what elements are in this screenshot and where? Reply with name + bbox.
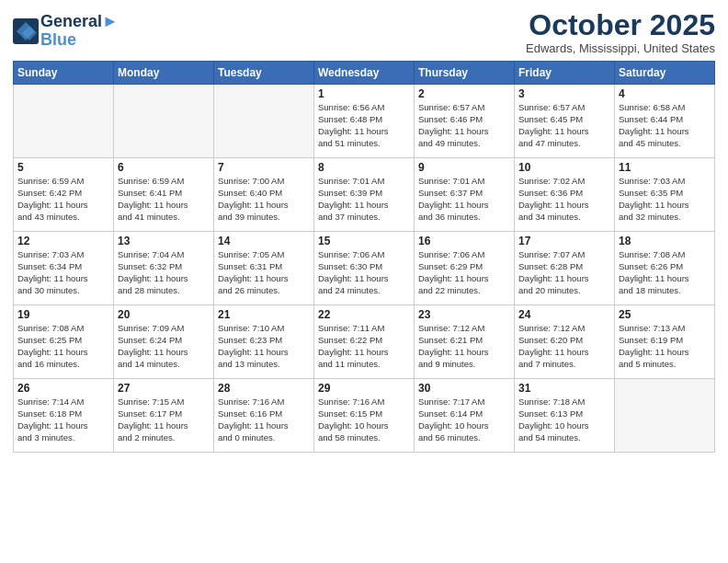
calendar: Sunday Monday Tuesday Wednesday Thursday…	[13, 61, 715, 453]
calendar-cell: 6Sunrise: 6:59 AM Sunset: 6:41 PM Daylig…	[114, 158, 214, 232]
day-info: Sunrise: 7:12 AM Sunset: 6:21 PM Dayligh…	[418, 323, 510, 370]
calendar-cell: 4Sunrise: 6:58 AM Sunset: 6:44 PM Daylig…	[615, 85, 715, 158]
day-info: Sunrise: 7:04 AM Sunset: 6:32 PM Dayligh…	[118, 249, 210, 296]
day-info: Sunrise: 6:58 AM Sunset: 6:44 PM Dayligh…	[619, 102, 711, 149]
calendar-cell: 31Sunrise: 7:18 AM Sunset: 6:13 PM Dayli…	[515, 379, 615, 453]
day-number: 17	[518, 235, 610, 247]
day-number: 16	[418, 235, 510, 247]
calendar-cell: 8Sunrise: 7:01 AM Sunset: 6:39 PM Daylig…	[314, 158, 415, 232]
calendar-cell: 21Sunrise: 7:10 AM Sunset: 6:23 PM Dayli…	[214, 305, 314, 379]
day-info: Sunrise: 7:12 AM Sunset: 6:20 PM Dayligh…	[518, 323, 610, 370]
day-number: 1	[318, 87, 410, 100]
day-number: 18	[619, 235, 711, 247]
calendar-cell: 14Sunrise: 7:05 AM Sunset: 6:31 PM Dayli…	[214, 232, 314, 305]
calendar-cell	[14, 85, 114, 158]
calendar-cell: 10Sunrise: 7:02 AM Sunset: 6:36 PM Dayli…	[515, 158, 615, 232]
day-info: Sunrise: 7:09 AM Sunset: 6:24 PM Dayligh…	[118, 323, 210, 370]
day-number: 22	[318, 308, 410, 321]
day-number: 26	[17, 382, 109, 395]
calendar-cell: 11Sunrise: 7:03 AM Sunset: 6:35 PM Dayli…	[615, 158, 715, 232]
calendar-cell: 15Sunrise: 7:06 AM Sunset: 6:30 PM Dayli…	[314, 232, 415, 305]
day-number: 21	[218, 308, 310, 321]
calendar-cell: 28Sunrise: 7:16 AM Sunset: 6:16 PM Dayli…	[214, 379, 314, 453]
day-info: Sunrise: 7:06 AM Sunset: 6:29 PM Dayligh…	[418, 249, 510, 296]
day-number: 4	[619, 87, 711, 100]
logo: General► Blue	[13, 13, 119, 50]
calendar-week-2: 5Sunrise: 6:59 AM Sunset: 6:42 PM Daylig…	[14, 158, 715, 232]
day-number: 15	[318, 235, 410, 247]
day-info: Sunrise: 7:05 AM Sunset: 6:31 PM Dayligh…	[218, 249, 310, 296]
calendar-cell: 20Sunrise: 7:09 AM Sunset: 6:24 PM Dayli…	[114, 305, 214, 379]
calendar-cell: 26Sunrise: 7:14 AM Sunset: 6:18 PM Dayli…	[14, 379, 114, 453]
calendar-week-3: 12Sunrise: 7:03 AM Sunset: 6:34 PM Dayli…	[14, 232, 715, 305]
day-info: Sunrise: 7:00 AM Sunset: 6:40 PM Dayligh…	[218, 176, 310, 223]
calendar-cell: 27Sunrise: 7:15 AM Sunset: 6:17 PM Dayli…	[114, 379, 214, 453]
days-header-row: Sunday Monday Tuesday Wednesday Thursday…	[14, 62, 715, 85]
calendar-cell: 16Sunrise: 7:06 AM Sunset: 6:29 PM Dayli…	[415, 232, 515, 305]
day-number: 12	[17, 235, 109, 247]
day-number: 24	[518, 308, 610, 321]
day-number: 29	[318, 382, 410, 395]
col-tue: Tuesday	[214, 62, 314, 85]
calendar-cell: 3Sunrise: 6:57 AM Sunset: 6:45 PM Daylig…	[515, 85, 615, 158]
day-info: Sunrise: 7:15 AM Sunset: 6:17 PM Dayligh…	[118, 396, 210, 443]
calendar-cell: 22Sunrise: 7:11 AM Sunset: 6:22 PM Dayli…	[314, 305, 415, 379]
day-info: Sunrise: 7:01 AM Sunset: 6:37 PM Dayligh…	[418, 176, 510, 223]
calendar-cell	[214, 85, 314, 158]
calendar-cell: 1Sunrise: 6:56 AM Sunset: 6:48 PM Daylig…	[314, 85, 415, 158]
page: General► Blue October 2025 Edwards, Miss…	[0, 0, 728, 563]
day-number: 10	[518, 161, 610, 174]
day-info: Sunrise: 7:03 AM Sunset: 6:35 PM Dayligh…	[619, 176, 711, 223]
day-number: 5	[17, 161, 109, 174]
col-fri: Friday	[515, 62, 615, 85]
day-number: 20	[118, 308, 210, 321]
day-info: Sunrise: 7:08 AM Sunset: 6:25 PM Dayligh…	[17, 323, 109, 370]
day-info: Sunrise: 7:16 AM Sunset: 6:15 PM Dayligh…	[318, 396, 410, 443]
day-number: 27	[118, 382, 210, 395]
calendar-cell: 18Sunrise: 7:08 AM Sunset: 6:26 PM Dayli…	[615, 232, 715, 305]
calendar-cell: 24Sunrise: 7:12 AM Sunset: 6:20 PM Dayli…	[515, 305, 615, 379]
calendar-week-1: 1Sunrise: 6:56 AM Sunset: 6:48 PM Daylig…	[14, 85, 715, 158]
calendar-cell: 19Sunrise: 7:08 AM Sunset: 6:25 PM Dayli…	[14, 305, 114, 379]
calendar-week-5: 26Sunrise: 7:14 AM Sunset: 6:18 PM Dayli…	[14, 379, 715, 453]
calendar-cell	[615, 379, 715, 453]
header: General► Blue October 2025 Edwards, Miss…	[13, 9, 715, 55]
col-sat: Saturday	[615, 62, 715, 85]
day-info: Sunrise: 7:14 AM Sunset: 6:18 PM Dayligh…	[17, 396, 109, 443]
day-number: 25	[619, 308, 711, 321]
day-info: Sunrise: 7:07 AM Sunset: 6:28 PM Dayligh…	[518, 249, 610, 296]
col-mon: Monday	[114, 62, 214, 85]
day-number: 9	[418, 161, 510, 174]
title-area: October 2025 Edwards, Mississippi, Unite…	[526, 9, 715, 55]
day-info: Sunrise: 6:59 AM Sunset: 6:41 PM Dayligh…	[118, 176, 210, 223]
location: Edwards, Mississippi, United States	[526, 41, 715, 55]
day-info: Sunrise: 7:10 AM Sunset: 6:23 PM Dayligh…	[218, 323, 310, 370]
calendar-cell: 13Sunrise: 7:04 AM Sunset: 6:32 PM Dayli…	[114, 232, 214, 305]
col-sun: Sunday	[14, 62, 114, 85]
calendar-cell: 2Sunrise: 6:57 AM Sunset: 6:46 PM Daylig…	[415, 85, 515, 158]
day-info: Sunrise: 7:03 AM Sunset: 6:34 PM Dayligh…	[17, 249, 109, 296]
calendar-cell: 17Sunrise: 7:07 AM Sunset: 6:28 PM Dayli…	[515, 232, 615, 305]
col-thu: Thursday	[415, 62, 515, 85]
logo-icon	[13, 18, 39, 44]
calendar-cell	[114, 85, 214, 158]
calendar-cell: 7Sunrise: 7:00 AM Sunset: 6:40 PM Daylig…	[214, 158, 314, 232]
day-number: 23	[418, 308, 510, 321]
day-number: 2	[418, 87, 510, 100]
month-title: October 2025	[526, 9, 715, 41]
day-number: 30	[418, 382, 510, 395]
logo-text: General► Blue	[40, 13, 119, 50]
day-info: Sunrise: 7:01 AM Sunset: 6:39 PM Dayligh…	[318, 176, 410, 223]
day-number: 6	[118, 161, 210, 174]
day-info: Sunrise: 6:57 AM Sunset: 6:46 PM Dayligh…	[418, 102, 510, 149]
day-number: 13	[118, 235, 210, 247]
day-number: 8	[318, 161, 410, 174]
day-number: 11	[619, 161, 711, 174]
calendar-cell: 23Sunrise: 7:12 AM Sunset: 6:21 PM Dayli…	[415, 305, 515, 379]
day-number: 3	[518, 87, 610, 100]
calendar-week-4: 19Sunrise: 7:08 AM Sunset: 6:25 PM Dayli…	[14, 305, 715, 379]
day-info: Sunrise: 6:57 AM Sunset: 6:45 PM Dayligh…	[518, 102, 610, 149]
day-number: 19	[17, 308, 109, 321]
day-info: Sunrise: 7:02 AM Sunset: 6:36 PM Dayligh…	[518, 176, 610, 223]
calendar-cell: 5Sunrise: 6:59 AM Sunset: 6:42 PM Daylig…	[14, 158, 114, 232]
